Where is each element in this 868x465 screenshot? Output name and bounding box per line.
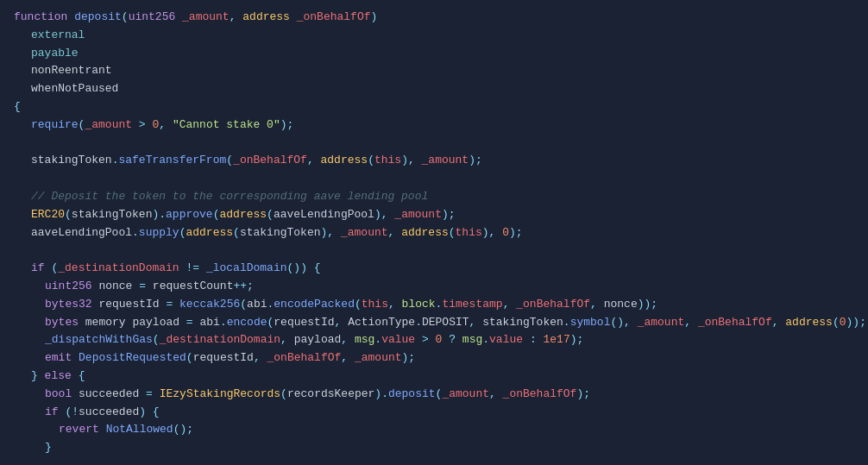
code-line-23: if (!succeeded) { xyxy=(0,404,868,422)
code-line-26 xyxy=(0,457,868,465)
code-line-21: } else { xyxy=(0,368,868,386)
code-line-7: require(_amount > 0, "Cannot stake 0"); xyxy=(0,116,868,135)
code-line-3: payable xyxy=(0,45,868,63)
code-line-8 xyxy=(0,135,868,153)
code-line-11: // Deposit the token to the correspondin… xyxy=(0,188,868,206)
code-line-18: bytes memory payload = abi.encode(reques… xyxy=(0,314,868,332)
code-line-16: uint256 nonce = requestCount++; xyxy=(0,278,868,296)
code-line-24: revert NotAllowed(); xyxy=(0,421,868,439)
code-line-12: ERC20(stakingToken).approve(address(aave… xyxy=(0,206,868,224)
code-line-5: whenNotPaused xyxy=(0,80,868,98)
code-line-15: if (_destinationDomain != _localDomain()… xyxy=(0,260,868,278)
code-line-19: _dispatchWithGas(_destinationDomain, pay… xyxy=(0,331,868,349)
code-line-6: { xyxy=(0,98,868,116)
code-editor: function deposit(uint256 _amount, addres… xyxy=(0,0,868,465)
code-line-22: bool succeeded = IEzyStakingRecords(reco… xyxy=(0,386,868,404)
code-line-4: nonReentrant xyxy=(0,62,868,80)
code-line-10 xyxy=(0,170,868,188)
code-line-9: stakingToken.safeTransferFrom(_onBehalfO… xyxy=(0,152,868,170)
code-line-2: external xyxy=(0,27,868,45)
code-line-20: emit DepositRequested(requestId, _onBeha… xyxy=(0,349,868,368)
code-line-1: function deposit(uint256 _amount, addres… xyxy=(0,9,868,27)
code-line-25: } xyxy=(0,439,868,457)
code-line-14 xyxy=(0,242,868,260)
code-line-17: bytes32 requestId = keccak256(abi.encode… xyxy=(0,296,868,314)
kw-function: function xyxy=(14,9,74,27)
code-line-13: aaveLendingPool.supply(address(stakingTo… xyxy=(0,224,868,242)
